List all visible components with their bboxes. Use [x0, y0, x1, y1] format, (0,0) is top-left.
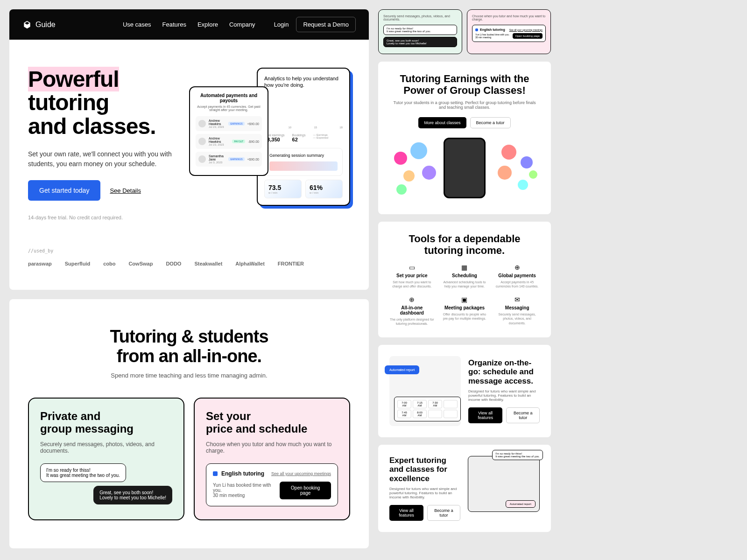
- get-started-button[interactable]: Get started today: [28, 180, 100, 201]
- analytics-title: Analytics to help you understand how you…: [264, 75, 343, 89]
- more-classes-button[interactable]: More about classes: [418, 117, 466, 128]
- see-details-link[interactable]: See Details: [110, 187, 141, 194]
- time-grid: 7:00 AM7:15 AM7:30 AM 7:45 AM8:00 AM: [394, 397, 461, 421]
- logo-icon: [22, 20, 32, 29]
- open-booking-button[interactable]: Open booking page: [280, 482, 331, 499]
- section-subtitle: Tutor your students in a group setting. …: [389, 100, 540, 110]
- avatar-icon: [198, 120, 206, 127]
- globe-icon: ⊕: [389, 296, 435, 303]
- mini-pricing-card: Choose when you tutor and how much you w…: [467, 9, 551, 54]
- square-icon: [213, 471, 218, 476]
- messaging-card: Private andgroup messaging Securely send…: [28, 398, 184, 520]
- payment-row: Andrew HawkinsJul 23, 2023 EARNINGS +$90…: [196, 116, 262, 131]
- hero-section: Powerful tutoring and classes. Set your …: [9, 40, 369, 290]
- bar-chart: [264, 94, 343, 122]
- hero-title: Powerful tutoring and classes.: [28, 68, 180, 138]
- open-booking-button[interactable]: Open booking page: [513, 33, 543, 39]
- metric-wpm: 73.5w / min: [264, 180, 302, 198]
- demo-button[interactable]: Request a Demo: [296, 17, 356, 32]
- become-tutor-button[interactable]: Become a tutor: [506, 407, 540, 423]
- logo-cowswap: CowSwap: [128, 261, 153, 266]
- card-title: Private andgroup messaging: [40, 410, 172, 435]
- package-icon: ▣: [442, 296, 487, 303]
- section-description: Designed for tutors who want simple and …: [468, 389, 540, 402]
- logo-steakwallet: Steakwallet: [194, 261, 222, 266]
- calendar-icon: ▦: [442, 264, 487, 271]
- tool-packages: ▣Meeting packagesOffer discounts to peop…: [442, 296, 487, 326]
- tool-scheduling: ▦SchedulingAdvanced scheduling tools to …: [442, 264, 487, 288]
- organize-section: Automated report 7:00 AM7:15 AM7:30 AM 7…: [378, 345, 551, 437]
- group-classes-section: Tutoring Earnings with thePower of Group…: [378, 62, 551, 214]
- used-by-section: //used_by paraswap Superfluid cobo CowSw…: [28, 248, 350, 266]
- section-title: Tutoring Earnings with thePower of Group…: [389, 73, 540, 97]
- nav-company[interactable]: Company: [229, 21, 255, 28]
- tool-dashboard: ⊕All-in-one dashboardThe only platform d…: [389, 296, 435, 326]
- analytics-card: Analytics to help you understand how you…: [257, 68, 350, 206]
- payment-row: Andrew HawkinsJul 23, 2023 PAYOUT -$90.0…: [196, 134, 262, 149]
- expert-section: Expert tutoring and classes for excellen…: [378, 445, 551, 532]
- mini-feature-cards: Securely send messages, photos, videos, …: [378, 9, 551, 54]
- become-tutor-button[interactable]: Become a tutor: [427, 505, 460, 521]
- logo-frontier: FRONTIER: [278, 261, 304, 266]
- see-all-link[interactable]: See all your upcoming meetings: [271, 471, 331, 476]
- card-description: Choose when you tutor and how much you w…: [206, 441, 338, 454]
- section-title: Expert tutoring and classes for excellen…: [389, 456, 460, 483]
- logo-alphawallet: AlphaWallet: [235, 261, 265, 266]
- used-by-label: //used_by: [28, 248, 350, 253]
- pricing-card: Set yourprice and schedule Choose when y…: [194, 398, 350, 520]
- section-subtitle: Spend more time teaching and less time m…: [28, 372, 350, 379]
- tool-messaging: ✉MessagingSecurely send messages, photos…: [494, 296, 540, 326]
- payments-sub: Accept payments in 45 currencies. Get pa…: [196, 105, 262, 112]
- become-tutor-button[interactable]: Become a tutor: [470, 117, 511, 128]
- card-description: Securely send messages, photos, videos, …: [40, 441, 172, 454]
- nav-features[interactable]: Features: [162, 21, 186, 28]
- metric-percent: 61%w / min: [305, 180, 343, 198]
- nav-explore[interactable]: Explore: [197, 21, 218, 28]
- chat-bubble: I'm so ready for thiss!It was great meet…: [40, 463, 126, 482]
- mail-icon: ✉: [494, 296, 540, 303]
- expert-visual: I'm so ready for thiss!It was great meet…: [468, 456, 540, 512]
- booking-box: English tutoring See all your upcoming m…: [206, 463, 338, 506]
- main-nav: Use cases Features Explore Company: [123, 21, 255, 28]
- organize-visual: Automated report 7:00 AM7:15 AM7:30 AM 7…: [389, 356, 461, 426]
- report-badge: Automated report: [385, 365, 419, 374]
- mini-messaging-card: Securely send messages, photos, videos, …: [378, 9, 462, 54]
- all-in-one-section: Tutoring & studentsfrom an all-in-one. S…: [9, 299, 369, 548]
- globe-icon: ⊕: [494, 264, 540, 271]
- avatar-icon: [198, 138, 206, 145]
- login-link[interactable]: Login: [274, 21, 289, 28]
- logo-dodo: DODO: [166, 261, 181, 266]
- avatar-icon: [198, 155, 206, 163]
- card-title: Set yourprice and schedule: [206, 410, 338, 435]
- logo-cobo: cobo: [103, 261, 115, 266]
- report-badge: Automated report: [506, 500, 536, 508]
- logo-paraswap: paraswap: [28, 261, 52, 266]
- payment-row: Samantha JaneJul 3, 2023 EARNINGS +$90.0…: [196, 152, 262, 167]
- tools-section: Tools for a dependabletutoring income. ▭…: [378, 222, 551, 337]
- section-title: Tutoring & studentsfrom an all-in-one.: [28, 327, 350, 366]
- tool-price: ▭Set your priceSet how much you want to …: [389, 264, 435, 288]
- tool-payments: ⊕Global paymentsAccept payments in 45 cu…: [494, 264, 540, 288]
- logo[interactable]: Guide: [22, 20, 56, 29]
- chat-bubble: I'm so ready for thiss!It was great meet…: [492, 450, 543, 460]
- avatars-cloud: [389, 138, 540, 203]
- chat-bubble: Great, see you both soon!Lovely to meet …: [93, 486, 172, 504]
- hero-description: Set your own rate, we'll connect you wit…: [28, 149, 180, 169]
- logo-superfluid: Superfluid: [65, 261, 90, 266]
- section-title: Organize on-the-go: schedule and message…: [468, 358, 540, 386]
- view-features-button[interactable]: View all features: [468, 407, 502, 423]
- card-icon: ▭: [389, 264, 435, 271]
- payments-title: Automated payments and payouts: [196, 93, 262, 103]
- main-header: Guide Use cases Features Explore Company…: [9, 9, 369, 40]
- section-description: Designed for tutors who want simple and …: [389, 487, 460, 499]
- view-features-button[interactable]: View all features: [389, 505, 423, 521]
- hero-note: 14-days free trial. No credit card requi…: [28, 215, 180, 220]
- brand-name: Guide: [35, 21, 56, 29]
- payments-card: Automated payments and payouts Accept pa…: [189, 86, 268, 176]
- section-title: Tools for a dependabletutoring income.: [389, 233, 540, 257]
- phone-mockup: [444, 138, 486, 198]
- nav-usecases[interactable]: Use cases: [123, 21, 151, 28]
- session-summary: Generating session summary: [264, 148, 343, 176]
